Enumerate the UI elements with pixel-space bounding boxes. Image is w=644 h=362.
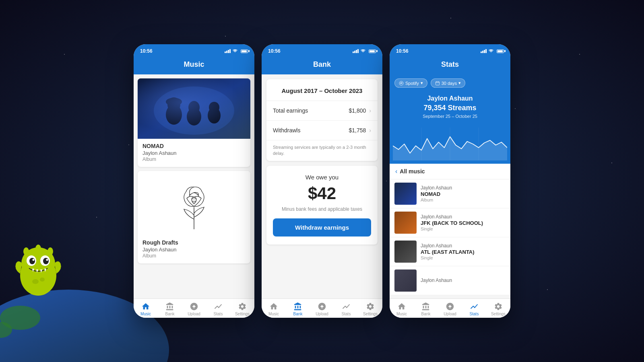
settings-icon-3: [494, 302, 503, 311]
nav-settings-3[interactable]: Settings: [486, 302, 510, 316]
monster-character: [12, 241, 64, 298]
stats-streams: 79,354 Streams: [394, 104, 506, 112]
status-bar-1: 10:56: [134, 44, 254, 56]
list-title-jfk: JFK (BACK TO SCHOOL): [421, 220, 506, 226]
nomad-title: NOMAD: [142, 143, 246, 149]
spotify-filter[interactable]: Spotify ▾: [394, 78, 427, 88]
days-arrow: ▾: [458, 80, 461, 86]
nav-bank-2[interactable]: Bank: [286, 302, 310, 316]
stats-chart: [390, 128, 510, 164]
stats-header-title: Stats: [390, 56, 510, 74]
album-card-nomad[interactable]: NOMAD Jaylon Ashaun Album: [138, 78, 250, 167]
bank-header: Bank: [262, 56, 382, 74]
nav-upload-label-2: Upload: [316, 312, 328, 316]
time-1: 10:56: [140, 48, 153, 54]
chart-svg: [393, 128, 507, 160]
nav-music-3[interactable]: Music: [390, 302, 414, 316]
list-item-nomad[interactable]: Jaylon Ashaun NOMAD Album: [390, 179, 510, 208]
svg-point-27: [192, 198, 196, 202]
nav-settings-1[interactable]: Settings: [230, 302, 254, 316]
list-info-atl: Jaylon Ashaun ATL (EAST ATLANTA) Single: [421, 243, 506, 260]
thumb-atl: [394, 241, 417, 263]
list-type-atl: Single: [421, 255, 506, 260]
nav-music-1[interactable]: Music: [134, 302, 158, 316]
music-header: Music: [134, 56, 254, 74]
list-info-nomad: Jaylon Ashaun NOMAD Album: [421, 185, 506, 202]
svg-rect-29: [436, 82, 439, 85]
total-earnings-value: $1,800: [349, 107, 366, 114]
nav-bank-label-1: Bank: [165, 312, 175, 316]
spotify-icon: [399, 81, 404, 86]
home-icon-2: [269, 302, 278, 311]
stats-date-range: September 25 – October 25: [394, 114, 506, 119]
battery-1: [241, 49, 248, 53]
nav-upload-3[interactable]: Upload: [438, 302, 462, 316]
withdrawls-value: $1,758: [349, 127, 366, 134]
bottom-nav-1: Music Bank Upload Stats Settings: [134, 298, 254, 318]
nav-upload-label-1: Upload: [188, 312, 200, 316]
rough-cover: [138, 171, 250, 235]
rough-artist: Jaylon Ashaun: [142, 247, 246, 253]
nav-music-label-2: Music: [268, 312, 279, 316]
svg-point-6: [33, 259, 35, 261]
nav-bank-3[interactable]: Bank: [414, 302, 438, 316]
nav-music-2[interactable]: Music: [262, 302, 286, 316]
total-earnings-row[interactable]: Total earnings $1,800 ›: [266, 101, 378, 121]
thumb-jfk: [394, 212, 417, 234]
album-card-rough[interactable]: Rough Drafts Jaylon Ashaun Album: [138, 171, 250, 263]
status-bar-3: 10:56: [390, 44, 510, 56]
time-3: 10:56: [396, 48, 409, 54]
nav-upload-2[interactable]: Upload: [310, 302, 334, 316]
svg-point-5: [43, 258, 49, 264]
bottom-nav-2: Music Bank Upload Stats Settings: [262, 298, 382, 318]
nav-bank-1[interactable]: Bank: [158, 302, 182, 316]
wifi-icon-1: [232, 49, 238, 53]
svg-point-19: [166, 105, 182, 125]
svg-point-23: [188, 101, 200, 114]
list-artist-last: Jaylon Ashaun: [421, 278, 506, 283]
nav-stats-label-1: Stats: [214, 312, 223, 316]
signal-3: [481, 49, 487, 53]
back-icon: ‹: [395, 168, 397, 175]
nav-settings-label-2: Settings: [363, 312, 378, 316]
svg-point-24: [208, 107, 221, 123]
nav-upload-1[interactable]: Upload: [182, 302, 206, 316]
withdraw-button[interactable]: Withdraw earnings: [273, 218, 371, 237]
list-item-atl[interactable]: Jaylon Ashaun ATL (EAST ATLANTA) Single: [390, 237, 510, 266]
list-info-jfk: Jaylon Ashaun JFK (BACK TO SCHOOL) Singl…: [421, 214, 506, 231]
nav-stats-3[interactable]: Stats: [462, 302, 486, 316]
bottom-nav-3: Music Bank Upload Stats Settings: [390, 298, 510, 318]
svg-point-7: [46, 259, 48, 261]
stats-blue-section: Spotify ▾ 30 days ▾ Jaylon Ashaun 79,354…: [390, 74, 510, 128]
total-earnings-label: Total earnings: [273, 107, 308, 114]
withdrawls-right: $1,758 ›: [349, 127, 372, 134]
list-type-nomad: Album: [421, 197, 506, 202]
nomad-type: Album: [142, 156, 246, 162]
list-artist-nomad: Jaylon Ashaun: [421, 185, 506, 191]
signal-1: [225, 49, 231, 53]
phone-music: 10:56 Music: [134, 44, 254, 318]
list-item-jfk[interactable]: Jaylon Ashaun JFK (BACK TO SCHOOL) Singl…: [390, 208, 510, 237]
wifi-icon-2: [360, 49, 366, 53]
rough-title: Rough Drafts: [142, 239, 246, 246]
nav-bank-label-3: Bank: [421, 312, 431, 316]
upload-icon-1: [190, 302, 198, 311]
nav-music-label-3: Music: [396, 312, 407, 316]
owe-card: We owe you $42 Minus bank fees and appli…: [266, 166, 378, 245]
nav-stats-1[interactable]: Stats: [206, 302, 230, 316]
nav-upload-label-3: Upload: [444, 312, 456, 316]
stats-filters: Spotify ▾ 30 days ▾: [394, 78, 506, 88]
stats-artist-name: Jaylon Ashaun: [394, 95, 506, 102]
nav-stats-2[interactable]: Stats: [334, 302, 358, 316]
list-item-last[interactable]: Jaylon Ashaun: [390, 266, 510, 295]
status-icons-3: [481, 49, 504, 53]
svg-point-18: [154, 86, 234, 135]
days-filter[interactable]: 30 days ▾: [431, 78, 466, 88]
withdrawls-row[interactable]: Withdrawls $1,758 ›: [266, 121, 378, 140]
signal-2: [353, 49, 359, 53]
bank-icon-3: [421, 302, 430, 311]
all-music-header[interactable]: ‹ All music: [390, 164, 510, 179]
battery-2: [369, 49, 376, 53]
upload-icon-2: [318, 302, 326, 311]
nav-settings-2[interactable]: Settings: [358, 302, 382, 316]
